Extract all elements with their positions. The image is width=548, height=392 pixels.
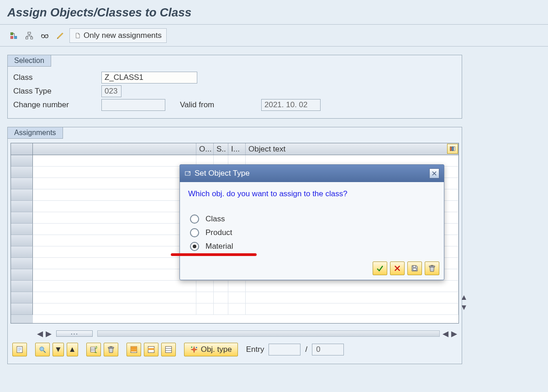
entry-total-input <box>312 344 344 355</box>
select-all-button[interactable] <box>126 343 141 356</box>
table-row-header[interactable] <box>11 167 33 178</box>
scroll-left-end-button[interactable]: ◀ <box>443 329 448 339</box>
class-input[interactable] <box>101 72 197 84</box>
scroll-right-end-button[interactable]: ▶ <box>451 329 457 339</box>
table-config-button[interactable] <box>447 144 458 154</box>
glasses-icon <box>41 31 49 40</box>
svg-rect-28 <box>165 346 172 353</box>
table-row-header[interactable] <box>11 178 33 189</box>
table-row-header[interactable] <box>11 212 33 224</box>
radio-option-material[interactable]: Material <box>188 240 436 253</box>
table-row-header[interactable] <box>11 303 33 315</box>
radio-option-product[interactable]: Product <box>188 226 436 240</box>
dialog-close-button[interactable] <box>429 168 439 178</box>
radio-label-product: Product <box>206 228 232 237</box>
valid-from-label: Valid from <box>179 100 261 110</box>
column-width-handle[interactable] <box>56 330 93 337</box>
table-row-header[interactable] <box>11 292 33 303</box>
dialog-delete-button[interactable] <box>425 261 439 275</box>
svg-rect-2 <box>15 36 17 38</box>
dialog-titlebar[interactable]: Set Object Type <box>180 165 444 182</box>
svg-rect-39 <box>413 268 416 271</box>
svg-rect-4 <box>26 37 28 39</box>
table-row-header[interactable] <box>11 155 33 167</box>
entry-label: Entry <box>246 345 264 354</box>
selection-header: Selection <box>7 55 51 67</box>
scroll-up-button[interactable]: ▲ <box>459 293 469 303</box>
svg-rect-23 <box>131 346 137 348</box>
svg-rect-0 <box>11 32 13 35</box>
insert-row-button[interactable] <box>86 343 101 356</box>
assignments-header: Assignments <box>7 127 63 139</box>
trash-icon <box>428 264 436 272</box>
annotation-underline <box>171 253 257 256</box>
assignments-bottom-toolbar: ▼ ▲ <box>11 340 459 359</box>
valid-from-input <box>261 99 321 111</box>
table-row-header[interactable] <box>11 201 33 212</box>
details-button[interactable] <box>12 343 27 356</box>
sort-up-button[interactable]: ▲ <box>67 343 78 356</box>
svg-rect-24 <box>131 348 137 350</box>
radio-icon <box>190 228 199 237</box>
table-row-header[interactable] <box>11 235 33 246</box>
only-new-assignments-button[interactable]: Only new assignments <box>69 28 167 43</box>
entry-separator: / <box>305 345 307 354</box>
svg-rect-17 <box>90 347 95 352</box>
vertical-scrollbar: ▲ ▼ <box>459 293 469 313</box>
col-header-blank[interactable] <box>33 143 196 155</box>
svg-rect-38 <box>413 266 416 267</box>
scroll-down-button[interactable]: ▼ <box>459 303 469 313</box>
toolbar-icon-pencil[interactable] <box>54 29 67 42</box>
toolbar-icon-glasses[interactable] <box>38 29 51 42</box>
find-button[interactable] <box>35 343 50 356</box>
page-title: Assign Objects/Classes to Class <box>0 0 548 25</box>
dialog-icon <box>184 170 191 177</box>
column-header-row: O... S.. I... Object text <box>33 143 458 155</box>
toolbar-icon-1[interactable] <box>7 29 20 42</box>
hierarchy-icon <box>25 31 33 40</box>
table-row-header[interactable] <box>11 224 33 235</box>
deselect-all-button[interactable] <box>161 343 176 356</box>
svg-rect-41 <box>431 265 433 266</box>
col-header-i[interactable]: I... <box>228 143 246 155</box>
svg-rect-25 <box>131 350 137 352</box>
insert-row-icon <box>90 345 98 354</box>
delete-row-button[interactable] <box>104 343 118 356</box>
scroll-right-button[interactable]: ▶ <box>46 329 52 339</box>
scroll-left-button[interactable]: ◀ <box>37 329 43 339</box>
columns-icon <box>449 146 456 152</box>
change-number-input <box>101 99 165 111</box>
col-header-o[interactable]: O... <box>196 143 214 155</box>
dialog-footer <box>180 258 444 280</box>
col-header-object-text[interactable]: Object text <box>246 143 458 155</box>
table-row-header[interactable] <box>11 246 33 258</box>
cancel-icon <box>393 264 401 272</box>
dialog-save-button[interactable] <box>407 261 422 275</box>
deselect-icon <box>164 345 173 354</box>
svg-rect-1 <box>11 36 13 38</box>
selection-panel: Selection Class Class Type Change number… <box>7 55 462 119</box>
svg-point-15 <box>40 347 44 351</box>
dialog-cancel-button[interactable] <box>390 261 405 275</box>
horizontal-scroll-row: ◀ ▶ ◀ ▶ <box>11 327 459 340</box>
col-header-s[interactable]: S.. <box>214 143 228 155</box>
class-type-label: Class Type <box>12 87 101 96</box>
check-icon <box>376 264 384 272</box>
top-toolbar: Only new assignments <box>0 25 548 47</box>
obj-type-button[interactable]: Obj. type <box>184 343 238 356</box>
toolbar-icon-2[interactable] <box>23 29 36 42</box>
table-row-header[interactable] <box>11 258 33 269</box>
radio-option-class[interactable]: Class <box>188 212 436 226</box>
entry-current-input <box>269 344 300 355</box>
hscroll-track[interactable] <box>97 330 440 337</box>
svg-rect-27 <box>148 348 154 350</box>
triangle-down-icon: ▼ <box>54 345 62 354</box>
table-row-header[interactable] <box>11 269 33 281</box>
sort-down-button[interactable]: ▼ <box>53 343 64 356</box>
triangle-up-icon: ▲ <box>68 345 76 354</box>
dialog-continue-button[interactable] <box>373 261 387 275</box>
select-block-button[interactable] <box>144 343 158 356</box>
table-row-header[interactable] <box>11 189 33 201</box>
table-row-header[interactable] <box>11 281 33 292</box>
document-icon <box>74 32 81 39</box>
